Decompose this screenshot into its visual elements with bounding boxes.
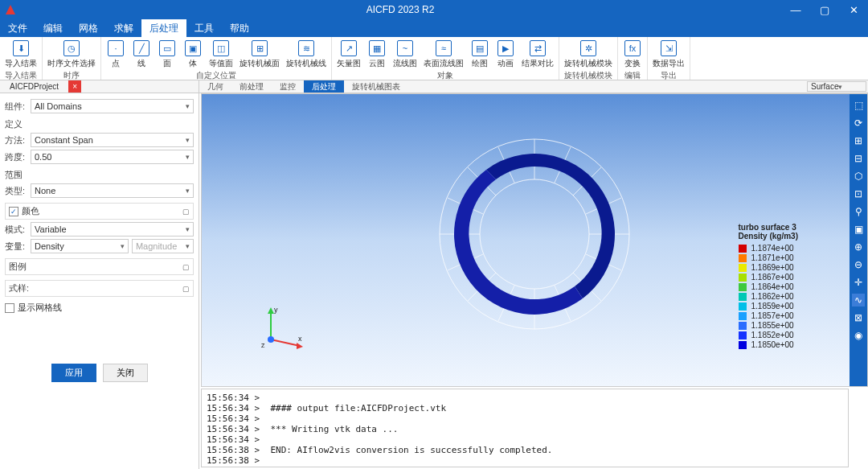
color-legend: turbo surface 3 Density (kg/m3) 1.1874e+… xyxy=(739,223,798,350)
ribbon-自定义位置-3[interactable]: ▣体 xyxy=(183,40,203,69)
ribbon-btn-label: 矢量图 xyxy=(337,58,361,69)
legend-row: 1.1859e+00 xyxy=(739,302,798,311)
ribbon-btn-label: 导入结果 xyxy=(5,58,37,69)
tool-iso-icon[interactable]: ⬡ xyxy=(852,170,865,183)
variable-select[interactable]: Density▾ xyxy=(31,239,129,253)
style-section[interactable]: 式样:▢ xyxy=(5,280,194,297)
color-section[interactable]: ✓颜色▢ xyxy=(5,203,194,220)
legend-section[interactable]: 图例▢ xyxy=(5,258,194,275)
legend-swatch xyxy=(739,274,747,282)
viewtab-4[interactable]: 旋转机械图表 xyxy=(344,80,408,93)
ribbon-btn-label: 等值面 xyxy=(209,58,233,69)
tool-select-icon[interactable]: ⬚ xyxy=(852,99,865,112)
method-select[interactable]: Constant Span▾ xyxy=(31,133,194,147)
close-button[interactable]: ✕ xyxy=(839,0,868,19)
ribbon-对象-0[interactable]: ↗矢量图 xyxy=(337,40,361,69)
legend-row: 1.1850e+00 xyxy=(739,340,798,349)
ribbon-导入结果-0[interactable]: ⬇导入结果 xyxy=(5,40,37,69)
tool-measure-icon[interactable]: ∿ xyxy=(852,294,865,306)
legend-value: 1.1867e+00 xyxy=(751,273,794,282)
tool-box-icon[interactable]: ▣ xyxy=(852,223,865,236)
tool-zoomin-icon[interactable]: ⊕ xyxy=(852,241,865,253)
ribbon-icon: ▭ xyxy=(159,40,175,56)
output-console[interactable]: 15:56:34 > 15:56:34 > #### output file:A… xyxy=(201,389,849,467)
legend-row: 1.1867e+00 xyxy=(739,273,798,282)
menu-3[interactable]: 求解 xyxy=(106,19,141,37)
ribbon-icon: ⊞ xyxy=(252,40,268,56)
ribbon-btn-label: 旋转机械模块 xyxy=(564,58,612,69)
ribbon-旋转机械模块-0[interactable]: ✲旋转机械模块 xyxy=(564,40,612,69)
tool-front-icon[interactable]: ⊞ xyxy=(852,134,865,147)
svg-point-25 xyxy=(268,336,274,343)
tool-zoomout-icon[interactable]: ⊖ xyxy=(852,258,865,271)
view-filter-select[interactable]: Surface▾ xyxy=(807,81,866,92)
legend-value: 1.1855e+00 xyxy=(751,321,794,330)
svg-line-22 xyxy=(271,339,300,346)
tool-wire-icon[interactable]: ⊠ xyxy=(852,311,865,324)
ribbon-btn-label: 数据导出 xyxy=(653,58,685,69)
maximize-button[interactable]: ▢ xyxy=(810,0,839,19)
ribbon-自定义位置-0[interactable]: ·点 xyxy=(106,40,125,69)
ribbon-icon: · xyxy=(108,40,124,56)
ribbon-编辑-0[interactable]: fx变换 xyxy=(623,40,642,69)
menu-4[interactable]: 后处理 xyxy=(141,19,186,37)
viewtab-3[interactable]: 后处理 xyxy=(304,80,344,93)
svg-marker-20 xyxy=(268,307,274,314)
menu-2[interactable]: 网格 xyxy=(71,19,106,37)
tool-rotate-icon[interactable]: ⟳ xyxy=(852,117,865,130)
legend-value: 1.1874e+00 xyxy=(751,244,794,253)
ribbon-自定义位置-2[interactable]: ▭面 xyxy=(158,40,177,69)
variable-component-select[interactable]: Magnitude▾ xyxy=(132,239,194,253)
menu-5[interactable]: 工具 xyxy=(186,19,222,37)
showgrid-checkbox[interactable] xyxy=(5,303,14,313)
menu-1[interactable]: 编辑 xyxy=(35,19,71,37)
tool-side-icon[interactable]: ⊟ xyxy=(852,152,865,165)
tool-axis-icon[interactable]: ✛ xyxy=(852,276,865,289)
ribbon-自定义位置-4[interactable]: ◫等值面 xyxy=(209,40,233,69)
color-checkbox[interactable]: ✓ xyxy=(9,207,18,216)
tool-fit-icon[interactable]: ⊡ xyxy=(852,187,865,200)
ribbon-时序-0[interactable]: ◷时序文件选择 xyxy=(47,40,96,69)
viewtab-2[interactable]: 监控 xyxy=(272,80,304,93)
tool-zoom-icon[interactable]: ⚲ xyxy=(852,205,865,218)
mode-select[interactable]: Variable▾ xyxy=(31,222,194,237)
viewtab-1[interactable]: 前处理 xyxy=(231,80,272,93)
ribbon-对象-2[interactable]: ~流线图 xyxy=(393,40,417,69)
menu-0[interactable]: 文件 xyxy=(0,19,35,37)
ribbon-btn-label: 点 xyxy=(112,58,120,69)
span-label: 跨度: xyxy=(5,151,31,163)
menu-6[interactable]: 帮助 xyxy=(222,19,257,37)
legend-value: 1.1862e+00 xyxy=(751,292,794,301)
project-tab[interactable]: AICFDProject xyxy=(0,80,68,93)
viewtab-0[interactable]: 几何 xyxy=(199,80,231,93)
ribbon-icon: ▦ xyxy=(369,40,385,56)
project-close-icon[interactable]: × xyxy=(68,80,81,93)
svg-text:z: z xyxy=(261,341,265,349)
ribbon-对象-1[interactable]: ▦云图 xyxy=(367,40,387,69)
ribbon-自定义位置-1[interactable]: ╱线 xyxy=(132,40,151,69)
type-select[interactable]: None▾ xyxy=(31,183,194,198)
minimize-button[interactable]: — xyxy=(781,0,810,19)
legend-row: 1.1862e+00 xyxy=(739,292,798,301)
svg-text:x: x xyxy=(298,335,302,343)
ribbon-对象-4[interactable]: ▤绘图 xyxy=(470,40,489,69)
components-select[interactable]: All Domains▾ xyxy=(31,99,194,113)
ribbon-icon: ~ xyxy=(397,40,413,56)
close-panel-button[interactable]: 关闭 xyxy=(103,364,148,382)
ribbon-icon: ◫ xyxy=(213,40,229,56)
apply-button[interactable]: 应用 xyxy=(51,364,96,382)
3d-viewport[interactable]: y x z turbo surface 3 Density (kg/m3) 1.… xyxy=(201,93,868,387)
ribbon-对象-5[interactable]: ▶动画 xyxy=(496,40,515,69)
ribbon-对象-6[interactable]: ⇄结果对比 xyxy=(522,40,554,69)
ribbon-导出-0[interactable]: ⇲数据导出 xyxy=(653,40,685,69)
ribbon-自定义位置-6[interactable]: ≋旋转机械线 xyxy=(286,40,326,69)
ribbon-对象-3[interactable]: ≈表面流线图 xyxy=(424,40,464,69)
ribbon-自定义位置-5[interactable]: ⊞旋转机械面 xyxy=(240,40,280,69)
ribbon-btn-label: 表面流线图 xyxy=(424,58,464,69)
span-input[interactable]: 0.50▾ xyxy=(31,150,194,164)
legend-swatch xyxy=(739,283,747,291)
legend-swatch xyxy=(739,254,747,262)
tool-snapshot-icon[interactable]: ◉ xyxy=(852,329,865,342)
legend-swatch xyxy=(739,341,747,349)
legend-value: 1.1859e+00 xyxy=(751,302,794,311)
